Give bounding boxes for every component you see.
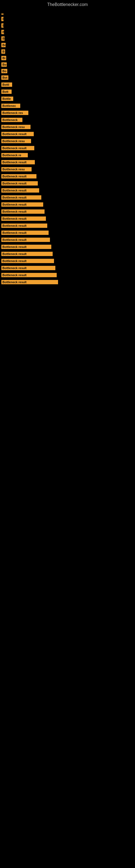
bar-row: Bottl [1, 82, 135, 87]
bar-row: Bottleneck result [1, 194, 135, 199]
bar-label [1, 13, 3, 14]
bar-label: Bottleneck result [1, 195, 41, 199]
bar-row: Bottleneck result [1, 258, 135, 263]
bar-label: Bott [1, 90, 12, 94]
bar-row: Bi [1, 55, 135, 60]
bar-label: Bo [1, 43, 6, 47]
site-title-container: TheBottlenecker.com [0, 0, 135, 10]
bar-row: Bottleneck result [1, 131, 135, 136]
bar-row: Bottleneck result [1, 237, 135, 242]
bar-row: Bottleneck resu [1, 124, 135, 129]
bar-label: Bottleneck res [1, 111, 28, 115]
bar-row: Bottleneck result [1, 208, 135, 214]
bar-row: Bottleneck [1, 117, 135, 122]
bar-row [1, 13, 135, 14]
bar-label: Bottlenec [1, 104, 20, 108]
bar-label: F [1, 17, 3, 21]
bar-label: Bottleneck result [1, 132, 34, 136]
bar-label: Bottleneck result [1, 209, 45, 214]
bar-label: Bo [1, 62, 7, 67]
bar-row: F [1, 16, 135, 21]
bar-row: Bottleneck re [1, 152, 135, 157]
bar-label: Bottleneck result [1, 223, 47, 228]
bar-label: B [1, 36, 5, 41]
bar-label: Bi [1, 56, 6, 60]
bar-label: Bottleneck resu [1, 125, 31, 129]
bar-label: Bottleneck result [1, 160, 35, 164]
bar-label: Bottleneck result [1, 259, 54, 263]
bar-row: Bottleneck result [1, 173, 135, 179]
bar-row: Bottleneck result [1, 222, 135, 228]
bar-label: Bottleneck result [1, 174, 37, 179]
bar-label: B [1, 50, 5, 54]
bar-label: Bottleneck result [1, 203, 43, 207]
bar-row: Bottleneck result [1, 265, 135, 270]
bar-label: Bottleneck result [1, 146, 34, 150]
bar-row: Bott [1, 88, 135, 94]
bar-row: E [1, 23, 135, 28]
bar-label: Bottleneck resu [1, 167, 32, 172]
bar-row: Bottle [1, 95, 135, 101]
bar-label: Bottleneck result [1, 188, 39, 193]
bar-label: Bottleneck [1, 118, 22, 122]
bar-row: Bottleneck result [1, 180, 135, 186]
bar-row: B [1, 29, 135, 34]
bar-row: Bottleneck result [1, 201, 135, 207]
bar-row: Bot [1, 75, 135, 80]
bar-label: Bottleneck re [1, 153, 28, 157]
bar-label: Bottleneck result [1, 245, 51, 249]
bar-row: B [1, 49, 135, 54]
bar-label: Bottl [1, 83, 12, 87]
bar-label: Bot [1, 75, 8, 80]
bar-label: Bottleneck resu [1, 139, 31, 143]
bar-label: Bottleneck result [1, 238, 50, 242]
bar-row: Bottleneck result [1, 251, 135, 256]
bar-row: Bo [1, 62, 135, 67]
bar-label: Bottleneck result [1, 266, 55, 270]
bar-label: Bottleneck result [1, 181, 38, 186]
bar-label: Bottleneck result [1, 280, 58, 284]
bar-label: Bottleneck result [1, 252, 53, 256]
bar-row: Bottlenec [1, 102, 135, 108]
bars-container: FEBBBoBBiBoBoBotBottlBottBottleBottlenec… [0, 10, 135, 284]
bar-label: B [1, 30, 4, 34]
bar-label: Bottleneck result [1, 230, 49, 235]
bar-row: B [1, 36, 135, 41]
bar-label: Bo [1, 69, 7, 73]
bar-row: Bottleneck result [1, 279, 135, 284]
bar-row: Bottleneck result [1, 215, 135, 221]
bar-row: Bottleneck result [1, 244, 135, 249]
bar-label: Bottle [1, 97, 13, 101]
bar-label: Bottleneck result [1, 273, 57, 277]
bar-row: Bottleneck resu [1, 166, 135, 172]
bar-row: Bottleneck resu [1, 138, 135, 143]
bar-label: E [1, 23, 3, 28]
bar-row: Bottleneck result [1, 229, 135, 235]
bar-row: Bottleneck res [1, 110, 135, 115]
bar-row: Bo [1, 42, 135, 47]
bar-row: Bottleneck result [1, 145, 135, 150]
bar-label: Bottleneck result [1, 216, 46, 221]
bar-row: Bottleneck result [1, 187, 135, 193]
site-title: TheBottlenecker.com [0, 0, 135, 10]
bar-row: Bottleneck result [1, 272, 135, 277]
bar-row: Bottleneck result [1, 159, 135, 164]
bar-row: Bo [1, 68, 135, 73]
